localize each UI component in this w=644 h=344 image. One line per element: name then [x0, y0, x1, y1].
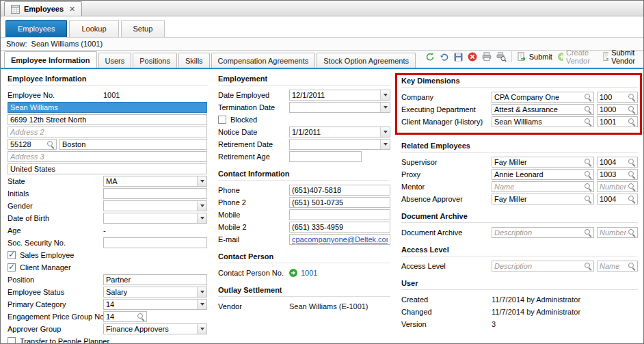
client-manager-history-name-input[interactable]: Sean Williams	[492, 116, 594, 127]
chevron-down-icon[interactable]	[197, 213, 206, 223]
tab-compensation-agreements[interactable]: Compensation Agreements	[211, 53, 316, 68]
retirement-date-select[interactable]	[289, 139, 390, 150]
access-level-description-input[interactable]: Description	[492, 261, 594, 272]
search-icon[interactable]	[584, 118, 592, 126]
phone-input[interactable]: (651)407-5818	[289, 185, 390, 196]
chevron-down-icon[interactable]	[197, 287, 206, 297]
proxy-name-input[interactable]: Annie Leonard	[492, 169, 594, 180]
search-icon[interactable]	[628, 183, 636, 191]
city-input[interactable]: Boston	[59, 139, 207, 150]
submit-button[interactable]: Submit	[517, 52, 552, 62]
access-level-name-input[interactable]: Name	[597, 261, 638, 272]
search-icon[interactable]	[584, 105, 592, 114]
absence-approver-number-input[interactable]: 1004	[597, 194, 638, 204]
search-icon[interactable]	[584, 158, 592, 166]
initials-input[interactable]	[103, 188, 207, 199]
supervisor-number-input[interactable]: 1004	[597, 157, 638, 168]
country-input[interactable]: United States	[8, 163, 207, 174]
search-icon[interactable]	[628, 195, 636, 203]
mobile2-input[interactable]: (651) 335-4959	[289, 222, 390, 233]
save-button[interactable]	[454, 53, 463, 62]
zip-input[interactable]: 55128	[8, 139, 57, 150]
tab-employees[interactable]: Employees	[5, 20, 67, 37]
chevron-down-icon[interactable]	[197, 201, 206, 211]
address1-input[interactable]: 6699 12th Street North	[8, 114, 207, 125]
search-icon[interactable]	[628, 93, 636, 101]
email-input[interactable]: cpacompanyone@Deltek.com	[289, 234, 390, 245]
position-input[interactable]: Partner	[103, 274, 207, 285]
mobile-input[interactable]	[289, 209, 390, 220]
blocked-checkbox[interactable]	[218, 116, 226, 124]
search-icon[interactable]	[584, 183, 592, 191]
tab-lookup[interactable]: Lookup	[69, 20, 118, 37]
chevron-down-icon[interactable]	[380, 103, 390, 112]
primary-category-select[interactable]: 14	[103, 299, 207, 310]
address3-input[interactable]: Address 3	[8, 151, 207, 162]
retirement-age-input[interactable]	[289, 151, 362, 162]
refresh-button[interactable]	[425, 52, 435, 62]
contact-person-no-link[interactable]: 1001	[301, 269, 317, 277]
tab-positions[interactable]: Positions	[133, 53, 177, 68]
document-archive-description-input[interactable]: Description	[492, 227, 594, 238]
delete-button[interactable]	[468, 52, 477, 62]
search-icon[interactable]	[584, 228, 592, 237]
proxy-number-input[interactable]: 1003	[597, 169, 638, 180]
tab-employee-information[interactable]: Employee Information	[4, 51, 97, 68]
document-archive-number-input[interactable]: Number	[597, 227, 638, 238]
search-icon[interactable]	[628, 262, 636, 270]
undo-button[interactable]	[440, 52, 449, 62]
search-icon[interactable]	[628, 105, 636, 114]
search-icon[interactable]	[46, 140, 55, 148]
close-tab-icon[interactable]: ✕	[69, 5, 75, 14]
company-number-input[interactable]: 100	[597, 92, 638, 103]
state-select[interactable]: MA	[103, 176, 207, 187]
sales-employee-checkbox[interactable]	[8, 251, 16, 259]
show-value[interactable]: Sean Williams (1001)	[31, 40, 103, 48]
termination-date-select[interactable]	[289, 102, 390, 113]
tab-setup[interactable]: Setup	[121, 20, 165, 37]
company-name-input[interactable]: CPA Company One	[492, 92, 594, 103]
absence-approver-name-input[interactable]: Fay Miller	[492, 194, 594, 204]
employee-status-select[interactable]: Salary	[103, 287, 207, 297]
address2-input[interactable]: Address 2	[8, 127, 207, 137]
chevron-down-icon[interactable]	[380, 127, 390, 137]
print-preview-button[interactable]	[496, 52, 507, 62]
window-tab-employees[interactable]: Employees ✕	[4, 1, 82, 16]
chevron-down-icon[interactable]	[380, 90, 390, 100]
client-manager-checkbox[interactable]	[8, 263, 16, 272]
ssn-input[interactable]	[103, 237, 207, 248]
date-employed-select[interactable]: 12/1/2011	[289, 90, 390, 101]
print-button[interactable]	[482, 52, 492, 62]
name-input[interactable]: Sean Williams	[8, 102, 207, 113]
search-icon[interactable]	[628, 228, 636, 237]
date-of-birth-select[interactable]	[103, 213, 207, 224]
phone2-input[interactable]: (651) 501-0735	[289, 197, 390, 208]
chevron-down-icon[interactable]	[197, 324, 206, 334]
search-icon[interactable]	[584, 262, 592, 270]
client-manager-history-number-input[interactable]: 1001	[597, 116, 638, 127]
mentor-name-input[interactable]: Name	[492, 181, 594, 192]
search-icon[interactable]	[137, 313, 145, 321]
search-icon[interactable]	[584, 93, 592, 101]
search-icon[interactable]	[628, 158, 636, 166]
chevron-down-icon[interactable]	[197, 176, 206, 186]
tab-users[interactable]: Users	[98, 53, 132, 68]
notice-date-select[interactable]: 1/1/2011	[289, 127, 390, 137]
submit-vendor-button[interactable]: Submit Vendor	[602, 49, 643, 65]
gender-select[interactable]	[103, 200, 207, 211]
search-icon[interactable]	[628, 170, 636, 178]
approver-group-select[interactable]: Finance Approvers	[103, 323, 207, 334]
chevron-down-icon[interactable]	[197, 300, 206, 309]
executing-department-number-input[interactable]: 1000	[597, 104, 638, 115]
search-icon[interactable]	[628, 118, 636, 126]
email-link[interactable]: cpacompanyone@Deltek.com	[292, 235, 388, 243]
executing-department-name-input[interactable]: Attest & Assurance	[492, 104, 594, 115]
transfer-people-planner-checkbox[interactable]	[8, 337, 16, 344]
search-icon[interactable]	[584, 195, 592, 203]
tab-skills[interactable]: Skills	[178, 53, 210, 68]
supervisor-name-input[interactable]: Fay Miller	[492, 157, 594, 168]
chevron-down-icon[interactable]	[380, 140, 390, 149]
go-arrow-icon[interactable]	[289, 269, 297, 277]
mentor-number-input[interactable]: Number	[597, 181, 638, 192]
tab-stock-option-agreements[interactable]: Stock Option Agreements	[317, 53, 416, 68]
